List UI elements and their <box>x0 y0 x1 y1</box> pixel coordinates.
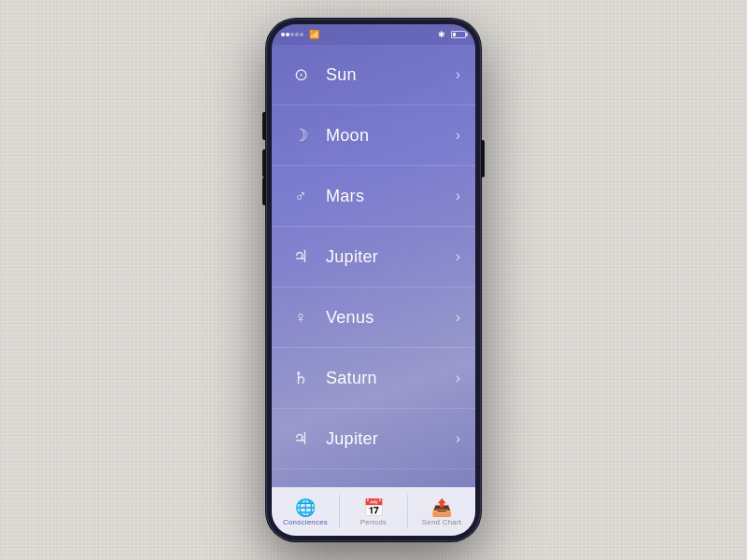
planet-item-sun[interactable]: ⊙ Sun › <box>272 45 475 105</box>
tab-label-consciences: Consciences <box>283 518 328 526</box>
planet-symbol-venus: ♀ <box>287 308 315 328</box>
planet-symbol-saturn: ♄ <box>287 368 315 388</box>
wifi-icon: 📶 <box>309 30 319 39</box>
tab-periods[interactable]: 📅 Periods <box>340 487 407 536</box>
planet-symbol-jupiter2: ♃ <box>287 428 315 449</box>
planet-symbol-moon: ☽ <box>287 125 315 146</box>
planet-name-mars: Mars <box>315 187 456 206</box>
battery-fill <box>453 33 456 36</box>
signal-icon <box>281 33 303 36</box>
planet-item-venus[interactable]: ♀ Venus › <box>272 287 475 348</box>
planet-name-saturn: Saturn <box>315 369 456 388</box>
planet-name-venus: Venus <box>315 308 456 328</box>
status-left: 📶 <box>281 30 319 39</box>
chevron-icon-moon: › <box>456 127 460 144</box>
tab-send-chart[interactable]: 📤 Send Chart <box>408 487 475 536</box>
tab-label-periods: Periods <box>360 518 388 526</box>
status-bar: 📶 ✱ <box>272 24 475 45</box>
chevron-icon-saturn: › <box>456 370 460 386</box>
battery-icon <box>451 31 466 38</box>
planet-item-saturn[interactable]: ♄ Saturn › <box>272 348 475 409</box>
phone-screen: 📶 ✱ ⊙ Sun › ☽ Moon › ♂ Mars › <box>272 24 475 536</box>
chevron-icon-sun: › <box>456 66 460 83</box>
tab-icon-send-chart: 📤 <box>431 499 452 516</box>
phone-device: 📶 ✱ ⊙ Sun › ☽ Moon › ♂ Mars › <box>266 19 481 541</box>
tab-consciences[interactable]: 🌐 Consciences <box>272 487 339 536</box>
planet-item-jupiter2[interactable]: ♃ Jupiter › <box>272 409 475 469</box>
tab-bar: 🌐 Consciences 📅 Periods 📤 Send Chart <box>272 487 475 536</box>
planet-item-mars[interactable]: ♂ Mars › <box>272 166 475 227</box>
planet-name-moon: Moon <box>315 126 456 146</box>
planet-item-jupiter1[interactable]: ♃ Jupiter › <box>272 227 475 287</box>
chevron-icon-jupiter2: › <box>456 430 460 447</box>
planet-name-sun: Sun <box>315 65 456 85</box>
chevron-icon-mars: › <box>456 188 460 204</box>
chevron-icon-jupiter1: › <box>456 248 460 265</box>
tab-label-send-chart: Send Chart <box>422 518 461 526</box>
planet-name-jupiter2: Jupiter <box>315 429 456 449</box>
tab-icon-periods: 📅 <box>363 499 384 516</box>
planet-symbol-jupiter1: ♃ <box>287 246 315 267</box>
planet-list: ⊙ Sun › ☽ Moon › ♂ Mars › ♃ Jupiter › ♀ … <box>272 45 475 487</box>
chevron-icon-venus: › <box>456 309 460 326</box>
planet-name-jupiter1: Jupiter <box>315 247 456 267</box>
planet-symbol-sun: ⊙ <box>287 64 315 85</box>
planet-symbol-mars: ♂ <box>287 187 315 206</box>
planet-item-moon[interactable]: ☽ Moon › <box>272 105 475 166</box>
status-right: ✱ <box>438 30 466 39</box>
bluetooth-icon: ✱ <box>438 30 445 39</box>
tab-icon-consciences: 🌐 <box>295 499 316 516</box>
